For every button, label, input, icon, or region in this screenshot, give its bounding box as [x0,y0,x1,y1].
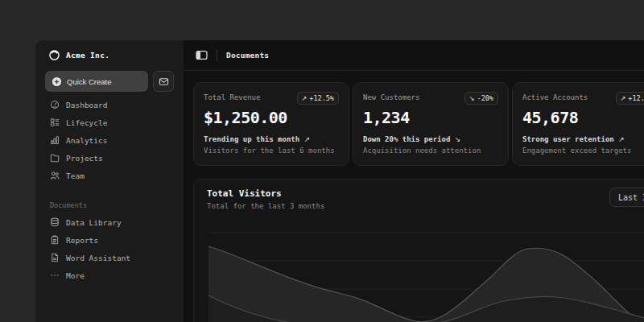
top-header: Documents [184,40,644,71]
stat-value: 1,234 [363,108,498,127]
panel-left-icon [196,49,208,61]
stat-label: New Customers [363,92,419,101]
main-area: Documents Total Revenue ↗ +12.5% $1,250.… [184,40,644,322]
trending-up-icon: ↗ [302,95,308,102]
trending-up-icon: ↗ [304,135,311,143]
stat-footer-title: Down 20% this period ↘ [363,135,498,143]
stat-footer-title: Trending up this month ↗ [204,135,339,143]
stat-label: Active Accounts [522,92,588,101]
dashboard-content: Total Revenue ↗ +12.5% $1,250.00 Trendin… [184,71,644,322]
brand-label: Acme Inc. [66,51,109,60]
header-separator [217,50,217,61]
file-icon [50,253,60,262]
sidebar-item-more[interactable]: More [45,267,174,283]
visitors-subtitle: Total for the last 3 months [207,202,324,210]
projects-icon [50,153,60,163]
sidebar-item-label: Team [66,171,85,180]
analytics-icon [50,135,60,145]
badge-value: +12.5% [309,94,334,102]
quick-create-label: Quick Create [67,77,111,86]
time-range-button[interactable]: Last 3 months [609,188,644,207]
lifecycle-icon [50,118,60,127]
sidebar-item-label: Dashboard [66,101,107,109]
circle-plus-icon [52,76,62,87]
sidebar-toggle-button[interactable] [196,49,208,61]
sidebar-item-label: Data Library [66,218,122,227]
report-icon [50,235,60,245]
sidebar-item-label: Projects [66,154,103,163]
trend-badge: ↗ +12.5% [616,92,644,105]
badge-value: -20% [477,94,493,102]
total-visitors-panel: Total Visitors Total for the last 3 mont… [193,179,644,322]
trending-up-icon: ↗ [621,95,626,102]
stat-footer-desc: Engagement exceed targets [522,147,644,155]
trend-badge: ↗ +12.5% [297,92,339,105]
visitors-title: Total Visitors [207,188,282,199]
stat-value: $1,250.00 [204,108,339,127]
sidebar-item-reports[interactable]: Reports [45,232,174,248]
stat-footer-desc: Visitors for the last 6 months [204,147,339,155]
stat-card-active-accounts: Active Accounts ↗ +12.5% 45,678 Strong u… [512,82,644,166]
visitors-area-chart [194,180,644,322]
trending-down-icon: ↘ [469,95,475,102]
sidebar-item-label: Analytics [66,136,107,145]
sidebar-documents-nav: Data Library Reports W [45,214,174,283]
sidebar-item-analytics[interactable]: Analytics [45,132,174,148]
sidebar-item-lifecycle[interactable]: Lifecycle [45,114,174,130]
badge-value: +12.5% [628,94,644,102]
stat-value: 45,678 [522,108,644,127]
sidebar-item-team[interactable]: Team [45,167,174,184]
stat-card-new-customers: New Customers ↘ -20% 1,234 Down 20% this… [353,82,509,166]
brand-menu[interactable]: Acme Inc. [45,48,174,61]
page-title: Documents [226,51,269,60]
mail-icon [159,76,169,87]
brand-logo-icon [48,49,60,61]
sidebar-item-label: More [66,271,85,280]
app-window: Acme Inc. Quick Create [35,40,644,322]
sidebar-item-projects[interactable]: Projects [45,150,174,166]
trending-up-icon: ↗ [618,135,625,143]
database-icon [50,217,60,227]
stat-card-total-revenue: Total Revenue ↗ +12.5% $1,250.00 Trendin… [193,82,349,166]
inbox-button[interactable] [153,71,174,92]
sidebar-item-label: Word Assistant [66,254,130,262]
sidebar-item-label: Lifecycle [66,118,107,127]
quick-create-row: Quick Create [45,71,174,92]
trend-badge: ↘ -20% [464,92,498,105]
sidebar-item-dashboard[interactable]: Dashboard [45,97,174,113]
screenshot-canvas: Acme Inc. Quick Create [0,0,644,322]
team-icon [50,171,60,180]
sidebar: Acme Inc. Quick Create [35,40,184,322]
dots-icon [50,270,60,280]
stat-label: Total Revenue [204,92,260,101]
sidebar-section-label: Documents [50,201,174,209]
sidebar-main-nav: Dashboard Lifecycle An [45,97,174,184]
stat-footer-title: Strong user retention ↗ [522,135,644,143]
dashboard-icon [50,100,60,109]
sidebar-item-word-assistant[interactable]: Word Assistant [45,250,174,266]
trending-down-icon: ↘ [455,135,461,143]
quick-create-button[interactable]: Quick Create [45,71,148,92]
stats-cards-row: Total Revenue ↗ +12.5% $1,250.00 Trendin… [193,82,644,166]
sidebar-item-label: Reports [66,236,98,245]
sidebar-item-data-library[interactable]: Data Library [45,214,174,230]
stat-footer-desc: Acquisition needs attention [363,147,498,155]
